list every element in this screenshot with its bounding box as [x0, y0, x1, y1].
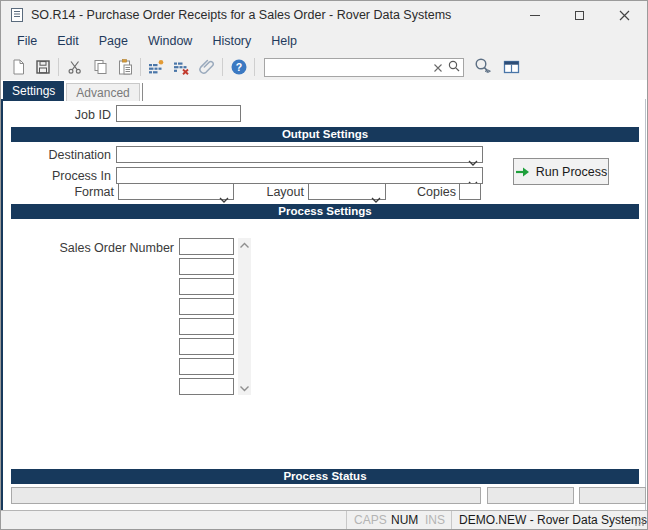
scroll-down-icon[interactable] [238, 381, 251, 395]
tab-settings[interactable]: Settings [3, 81, 64, 101]
menu-help[interactable]: Help [261, 30, 307, 53]
menu-history[interactable]: History [202, 30, 261, 53]
statusbar-separator [451, 511, 452, 530]
menu-file[interactable]: File [7, 30, 47, 53]
copy-icon[interactable] [87, 55, 112, 78]
maximize-icon[interactable] [557, 1, 602, 30]
new-document-icon[interactable] [5, 55, 30, 78]
process-status-field-2 [487, 487, 574, 504]
copies-input[interactable] [459, 183, 481, 200]
resize-grip[interactable] [635, 515, 645, 529]
run-arrow-icon [515, 166, 530, 178]
format-label: Format [1, 185, 114, 199]
cut-icon[interactable] [62, 55, 87, 78]
layout-label: Layout [231, 185, 304, 199]
search-magnifier-icon[interactable] [447, 59, 461, 77]
menu-page[interactable]: Page [89, 30, 138, 53]
job-id-label: Job ID [1, 108, 111, 122]
window-document-icon [9, 7, 25, 23]
statusbar-separator [346, 511, 347, 530]
delete-row-icon[interactable] [169, 55, 194, 78]
caps-indicator: CAPS [354, 511, 387, 530]
window-controls [512, 1, 647, 30]
ins-indicator: INS [425, 511, 445, 530]
status-bar: CAPS NUM INS DEMO.NEW - Rover Data Syste… [1, 511, 647, 530]
run-process-label: Run Process [536, 165, 608, 179]
sales-order-number-input-5[interactable] [179, 318, 234, 335]
search-clear-icon[interactable] [432, 60, 444, 78]
sales-order-number-input-6[interactable] [179, 338, 234, 355]
company-context: DEMO.NEW - Rover Data Systems [459, 511, 647, 530]
window-title: SO.R14 - Purchase Order Receipts for a S… [31, 1, 451, 30]
sales-order-number-input-7[interactable] [179, 358, 234, 375]
minimize-icon[interactable] [512, 1, 557, 30]
process-status-header: Process Status [11, 469, 639, 484]
tab-advanced[interactable]: Advanced [66, 83, 139, 101]
toolbar-separator [58, 58, 59, 76]
sales-order-number-label: Sales Order Number [1, 241, 174, 255]
insert-row-icon[interactable] [144, 55, 169, 78]
title-bar: SO.R14 - Purchase Order Receipts for a S… [1, 1, 647, 30]
save-icon[interactable] [30, 55, 55, 78]
sales-order-number-input-3[interactable] [179, 278, 234, 295]
destination-dropdown[interactable] [116, 146, 483, 163]
tab-strip: Settings Advanced [3, 81, 143, 101]
scroll-up-icon[interactable] [238, 238, 251, 252]
process-status-field-3 [579, 487, 646, 504]
toolbar: ? [1, 53, 647, 80]
menu-window[interactable]: Window [138, 30, 202, 53]
menu-edit[interactable]: Edit [47, 30, 89, 53]
layout-dropdown[interactable] [308, 183, 386, 200]
process-in-dropdown[interactable] [116, 167, 483, 184]
process-in-label: Process In [1, 169, 111, 183]
toolbar-search [264, 57, 464, 76]
toolbar-separator [140, 58, 141, 76]
job-id-input[interactable] [116, 105, 241, 122]
toolbar-separator [222, 58, 223, 76]
browse-table-icon[interactable] [499, 55, 524, 78]
sales-order-scrollbar[interactable] [238, 238, 251, 395]
toolbar-separator [254, 58, 255, 76]
sales-order-number-input-8[interactable] [179, 378, 234, 395]
form-right-border [645, 99, 646, 510]
svg-text:?: ? [235, 60, 241, 72]
copies-label: Copies [381, 185, 456, 199]
menu-bar: File Edit Page Window History Help [1, 30, 647, 53]
num-indicator: NUM [391, 511, 418, 530]
format-dropdown[interactable] [118, 183, 234, 200]
process-settings-header: Process Settings [11, 204, 639, 219]
help-icon[interactable]: ? [226, 55, 251, 78]
lookup-preview-icon[interactable] [470, 55, 495, 78]
sales-order-number-input-2[interactable] [179, 258, 234, 275]
process-status-field-main [11, 487, 481, 504]
sales-order-number-input-1[interactable] [179, 238, 234, 255]
sales-order-number-input-4[interactable] [179, 298, 234, 315]
run-process-button[interactable]: Run Process [513, 158, 609, 185]
paste-icon[interactable] [112, 55, 137, 78]
destination-label: Destination [1, 148, 111, 162]
tab-strip-end [142, 83, 143, 101]
output-settings-header: Output Settings [11, 127, 639, 142]
app-window: SO.R14 - Purchase Order Receipts for a S… [0, 0, 648, 530]
attachment-icon[interactable] [194, 55, 219, 78]
close-icon[interactable] [602, 1, 647, 30]
